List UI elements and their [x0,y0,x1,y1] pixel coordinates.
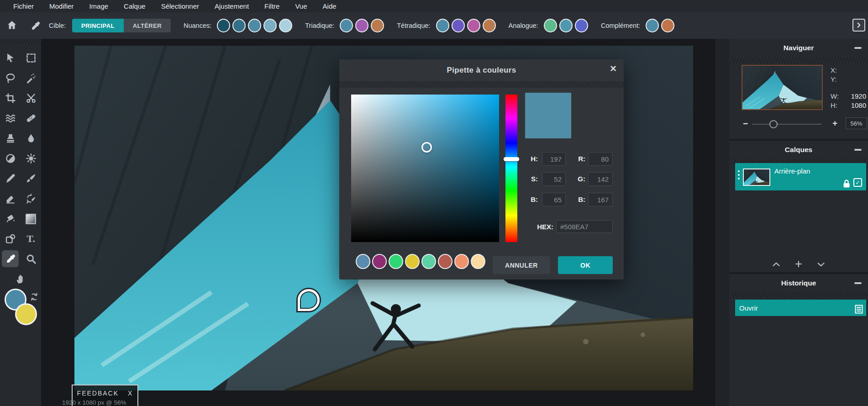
preset-swatch[interactable] [454,254,469,269]
brightness-input[interactable] [542,193,566,206]
palette-swatch[interactable] [452,19,465,32]
vertical-scrollbar[interactable] [715,39,729,406]
zoom-out-button[interactable]: − [743,119,748,129]
hex-input[interactable] [556,220,613,233]
target-alter-button[interactable]: ALTÉRER [124,19,171,32]
palette-swatch[interactable] [371,19,384,32]
preset-swatch[interactable] [356,254,370,269]
preset-swatch[interactable] [471,254,485,269]
blue-input[interactable] [588,193,613,206]
hue-input[interactable] [542,152,566,166]
layer-controls: + [729,258,868,270]
preset-swatch[interactable] [389,254,403,269]
width-value: 1920 [851,92,866,101]
target-principal-button[interactable]: PRINCIPAL [72,19,124,32]
menu-item-calque[interactable]: Calque [116,2,153,10]
move-layer-up-icon[interactable] [771,259,781,269]
menu-item-vue[interactable]: Vue [287,2,315,10]
palette-swatch[interactable] [544,19,557,32]
add-layer-button[interactable]: + [795,258,802,270]
close-icon[interactable]: × [610,63,616,74]
color-wells [0,39,41,406]
saturation-input[interactable] [542,172,566,186]
zoom-controls: − + 56% [729,117,868,131]
preset-swatch[interactable] [405,254,420,269]
blue-label: B: [570,195,585,203]
palette-swatch[interactable] [646,19,659,32]
layer-row-background[interactable]: Arrière-plan [735,163,866,190]
hue-slider-thumb[interactable] [504,157,519,161]
layer-thumbnail [743,169,770,186]
palette-swatch[interactable] [575,19,588,32]
layer-visibility-checkbox[interactable] [853,178,862,187]
palette-group-label-nuances-: Nuances: [184,22,211,29]
palette-group-label-complement-: Complément: [601,22,640,29]
hue-slider[interactable] [505,95,517,242]
menu-item-selectionner[interactable]: Sélectionner [153,2,207,10]
palette-swatch[interactable] [340,19,353,32]
height-label: H: [831,101,837,110]
menu-item-fichier[interactable]: Fichier [5,2,42,10]
history-item-open[interactable]: Ouvrir [735,300,866,316]
eyedropper-cursor [298,289,320,311]
lock-icon[interactable] [841,179,850,187]
palette-swatch[interactable] [559,19,573,32]
zoom-in-button[interactable]: + [832,118,837,128]
palette-swatch[interactable] [217,19,230,32]
color-field-cursor[interactable] [421,142,432,153]
zoom-slider-thumb[interactable] [769,120,778,128]
expand-panel-button[interactable] [852,19,865,32]
zoom-slider[interactable] [752,124,821,125]
document-icon [853,304,862,312]
palette-swatch[interactable] [279,19,292,32]
navigator-info: X: Y: W:1920 H:1080 [831,66,866,110]
zoom-percentage[interactable]: 56% [846,117,867,129]
preset-swatch[interactable] [438,254,452,269]
palette-swatch[interactable] [661,19,674,32]
palette-swatch[interactable] [355,19,368,32]
cancel-button[interactable]: ANNULER [493,256,550,274]
green-input[interactable] [588,172,613,186]
layers-title: Calques [785,146,812,154]
palette-group-label-analogue-: Analogue: [509,22,538,29]
move-layer-down-icon[interactable] [816,259,826,269]
collapse-panel-icon[interactable] [854,47,862,49]
eyedropper-icon [30,21,41,31]
collapse-panel-icon[interactable] [854,282,862,284]
feedback-close[interactable]: X [128,390,133,406]
background-color-well[interactable] [15,303,37,325]
drag-handle-icon[interactable] [738,170,740,179]
menu-item-modifier[interactable]: Modifier [42,2,81,10]
home-icon[interactable] [6,20,18,32]
menu-bar: FichierModifierImageCalqueSélectionnerAj… [0,0,868,12]
palette-swatch[interactable] [483,19,496,32]
ok-button[interactable]: OK [558,256,613,274]
preset-swatch[interactable] [421,254,436,269]
menu-item-image[interactable]: Image [81,2,116,10]
right-panel: Naviguer X: Y: W:1920 H:1080 − + 56% Cal… [729,39,868,406]
palette-swatch[interactable] [436,19,449,32]
dialog-hatch-divider [339,81,624,88]
palette-swatch[interactable] [467,19,480,32]
palette-swatch[interactable] [232,19,246,32]
menu-item-filtre[interactable]: Filtre [257,2,287,10]
menu-item-aide[interactable]: Aide [315,2,344,10]
history-title: Historique [781,279,816,287]
green-label: G: [570,175,585,183]
red-input[interactable] [588,152,613,166]
navigator-thumbnail[interactable] [742,65,823,110]
color-picker-dialog: Pipette à couleurs × H: R: S: G: B: B: H… [339,59,624,279]
palette-swatch[interactable] [263,19,277,32]
panel-hatch-divider [729,292,868,298]
preset-swatch[interactable] [372,254,387,269]
color-preview [525,93,571,138]
saturation-brightness-field[interactable] [351,95,499,242]
swap-colors-icon[interactable] [29,291,38,301]
palette-swatch[interactable] [248,19,261,32]
dialog-titlebar[interactable]: Pipette à couleurs × [339,59,624,81]
x-label: X: [831,66,837,75]
collapse-panel-icon[interactable] [854,149,862,151]
palette-group-label-triadique-: Triadique: [305,22,334,29]
navigator-title: Naviguer [784,44,814,52]
menu-item-ajustement[interactable]: Ajustement [207,2,257,10]
